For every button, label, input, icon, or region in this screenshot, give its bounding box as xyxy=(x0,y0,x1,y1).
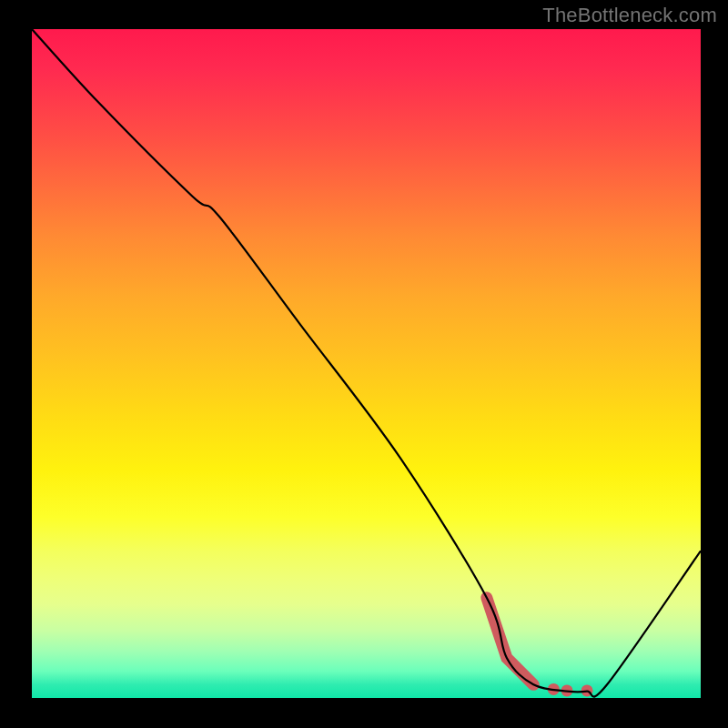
plot-area xyxy=(32,29,701,698)
chart-stage: TheBottleneck.com xyxy=(0,0,728,728)
attribution-label: TheBottleneck.com xyxy=(542,4,717,27)
curves-layer xyxy=(32,29,701,698)
bottleneck-curve xyxy=(32,29,701,697)
